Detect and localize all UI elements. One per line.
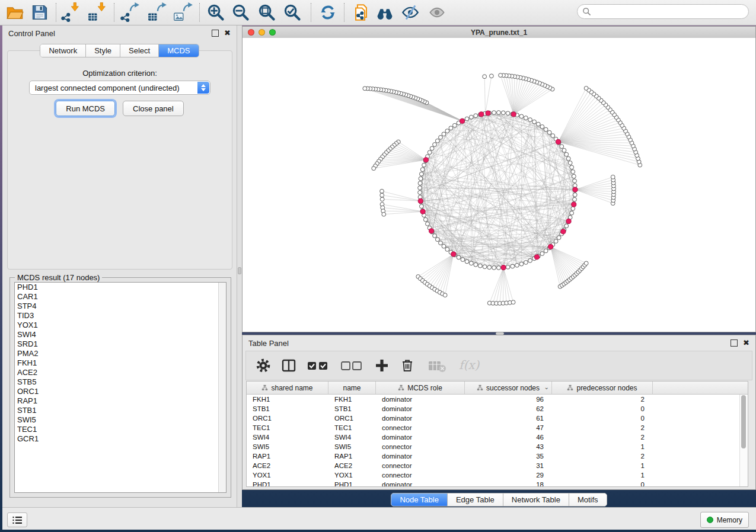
zoom-selected-button[interactable] (283, 4, 301, 21)
hide-selected-button[interactable] (401, 4, 419, 21)
cell-predecessor_nodes: 2 (552, 434, 653, 441)
cell-shared_name: RAP1 (247, 453, 328, 460)
tab-edge-table[interactable]: Edge Table (448, 493, 503, 506)
settings-button[interactable] (256, 358, 271, 373)
mcds-result-item[interactable]: ORC1 (15, 387, 226, 396)
export-table-button[interactable] (148, 4, 166, 21)
table-scrollbar[interactable] (739, 395, 748, 486)
export-network-button[interactable] (121, 4, 139, 21)
maximize-traffic-light[interactable] (269, 29, 276, 36)
deselect-all-button[interactable] (340, 358, 364, 373)
mcds-result-item[interactable]: TEC1 (15, 425, 226, 434)
mcds-list-scrollbar[interactable] (218, 283, 226, 492)
mcds-result-item[interactable]: CAR1 (15, 292, 226, 302)
table-row[interactable]: STB1STB1dominator620 (247, 404, 748, 414)
mcds-result-item[interactable]: YOX1 (15, 321, 226, 330)
tab-network-table[interactable]: Network Table (503, 493, 569, 506)
node-table[interactable]: shared namenameMCDS rolesuccessor nodes⌄… (246, 381, 748, 487)
mcds-result-item[interactable]: SWI5 (15, 415, 226, 425)
column-header-successor-nodes[interactable]: successor nodes⌄ (465, 382, 552, 394)
mcds-result-list[interactable]: PHD1CAR1STP4TID3YOX1SWI4SRD1PMA2FKH1ACE2… (14, 282, 227, 493)
cell-successor_nodes: 31 (465, 462, 552, 469)
mcds-result-item[interactable]: TID3 (15, 311, 226, 321)
toolbar-separator (344, 3, 344, 22)
add-row-button[interactable] (374, 358, 390, 373)
table-row[interactable]: RAP1RAP1dominator352 (247, 451, 748, 461)
network-window-titlebar[interactable]: YPA_prune.txt_1 (243, 27, 755, 39)
close-icon[interactable]: ✖ (743, 340, 749, 346)
open-folder-button[interactable] (6, 4, 24, 21)
table-row[interactable]: ACE2ACE2connector311 (247, 461, 748, 470)
zoom-out-button[interactable] (232, 4, 250, 21)
table-scrollbar-thumb[interactable] (741, 395, 746, 448)
mcds-result-item[interactable]: RAP1 (15, 396, 226, 406)
close-icon[interactable]: ✖ (224, 30, 231, 36)
mcds-result-item[interactable]: ACE2 (15, 368, 226, 377)
mcds-result-item[interactable]: STB1 (15, 406, 226, 415)
mcds-result-item[interactable]: SWI4 (15, 330, 226, 339)
mcds-result-item[interactable]: STB5 (15, 377, 226, 387)
mcds-tab-content: Optimization criterion: largest connecte… (7, 50, 232, 270)
cell-name: RAP1 (328, 453, 376, 460)
table-row[interactable]: YOX1YOX1connector291 (247, 470, 748, 480)
table-row[interactable]: SWI5SWI5connector431 (247, 442, 748, 451)
select-all-button[interactable] (307, 358, 330, 373)
vertical-splitter[interactable] (237, 25, 242, 507)
mcds-result-item[interactable]: STP4 (15, 302, 226, 311)
tab-node-table[interactable]: Node Table (391, 493, 448, 506)
network-view-window: YPA_prune.txt_1 (242, 26, 756, 332)
table-row[interactable]: TEC1TEC1connector472 (247, 423, 748, 432)
tab-motifs[interactable]: Motifs (569, 493, 607, 506)
export-image-button[interactable] (174, 4, 192, 21)
column-layout-button[interactable] (281, 358, 296, 373)
cell-mcds_role: connector (376, 443, 465, 450)
float-window-icon[interactable] (212, 30, 219, 37)
table-row[interactable]: PHD1PHD1dominator180 (247, 480, 748, 487)
float-window-icon[interactable] (731, 339, 738, 347)
tab-select[interactable]: Select (120, 44, 159, 57)
mcds-result-item[interactable]: GCR1 (15, 434, 226, 444)
tab-style[interactable]: Style (86, 44, 120, 57)
column-header-shared-name[interactable]: shared name (247, 382, 328, 394)
delete-row-button[interactable] (400, 358, 415, 373)
control-panel-tabs: NetworkStyleSelectMCDS (2, 44, 237, 57)
column-header-name[interactable]: name (328, 382, 376, 394)
attribute-icon (398, 384, 404, 391)
search-network-button[interactable] (376, 4, 394, 21)
refresh-button[interactable] (319, 4, 337, 21)
minimize-traffic-light[interactable] (259, 29, 265, 36)
mcds-result-item[interactable]: PMA2 (15, 349, 226, 358)
network-canvas[interactable] (243, 38, 755, 332)
memory-button[interactable]: Memory (700, 512, 749, 528)
function-button: f(x) (459, 358, 474, 373)
splitter-handle[interactable] (238, 267, 241, 274)
mcds-result-item[interactable]: SRD1 (15, 339, 226, 349)
zoom-in-button[interactable] (207, 4, 225, 21)
table-toolbar: f(x) (245, 351, 752, 380)
close-traffic-light[interactable] (248, 29, 254, 36)
cell-name: TEC1 (328, 424, 376, 431)
zoom-fit-button[interactable] (258, 4, 276, 21)
cell-name: FKH1 (328, 396, 376, 403)
save-button[interactable] (31, 4, 49, 21)
table-row[interactable]: SWI4SWI4dominator462 (247, 432, 748, 442)
run-mcds-button[interactable]: Run MCDS (56, 101, 115, 116)
clone-network-button[interactable] (353, 4, 371, 21)
mcds-result-item[interactable]: PHD1 (15, 283, 226, 292)
column-header-predecessor-nodes[interactable]: predecessor nodes (552, 382, 653, 394)
table-row[interactable]: ORC1ORC1dominator610 (247, 414, 748, 423)
task-history-button[interactable] (7, 512, 27, 527)
network-search-field[interactable] (577, 4, 749, 19)
mcds-result-item[interactable]: FKH1 (15, 358, 226, 368)
optimization-criterion-select[interactable]: largest connected component (undirected) (29, 81, 210, 95)
column-header-MCDS-role[interactable]: MCDS role (376, 382, 465, 394)
import-table-button[interactable] (88, 4, 106, 21)
close-panel-button[interactable]: Close panel (123, 101, 184, 116)
table-row[interactable]: FKH1FKH1dominator962 (247, 395, 748, 404)
show-hidden-button[interactable] (428, 4, 446, 21)
cell-shared_name: YOX1 (247, 472, 328, 479)
tab-network[interactable]: Network (40, 44, 86, 57)
import-network-button[interactable] (62, 4, 79, 21)
search-input[interactable] (594, 6, 748, 18)
tab-mcds[interactable]: MCDS (159, 44, 198, 57)
